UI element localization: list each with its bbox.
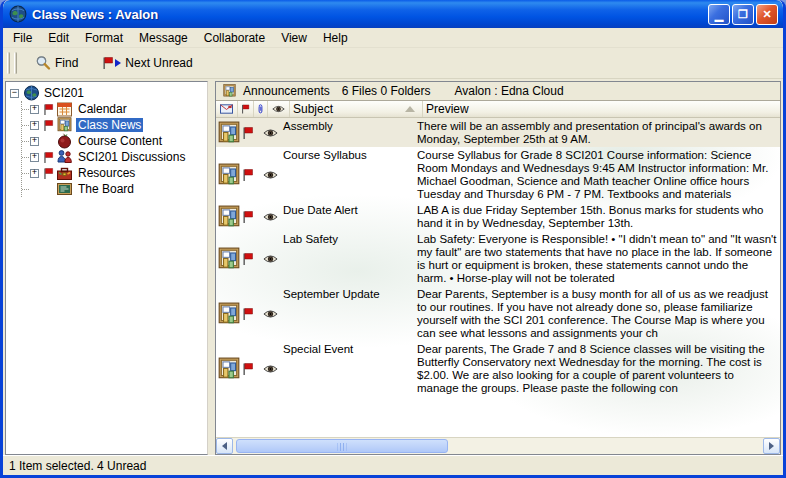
title-bar[interactable]: Class News : Avalon ▁ ❐ ✕ <box>3 0 783 28</box>
menu-item-format[interactable]: Format <box>77 29 131 47</box>
toolbox-icon <box>56 165 73 181</box>
bulletin-icon <box>218 121 240 145</box>
message-preview: LAB A is due Friday September 15th. Bonu… <box>413 202 780 231</box>
unread-flag-icon <box>43 120 54 131</box>
conference-tree: − SCI201 + Calendar + Class News + <box>5 81 208 455</box>
message-row[interactable]: Special Event Dear parents, The Grade 7 … <box>216 341 780 396</box>
scrollbar-thumb[interactable] <box>236 439 448 453</box>
message-row[interactable]: Assembly There will be an assembly and p… <box>216 118 780 147</box>
tree-root-label: SCI201 <box>42 86 86 100</box>
people-icon <box>56 149 73 165</box>
message-row[interactable]: Due Date Alert LAB A is due Friday Septe… <box>216 202 780 231</box>
eye-icon <box>263 128 278 138</box>
eye-icon <box>263 170 278 180</box>
globe-app-icon <box>9 5 27 23</box>
menu-item-view[interactable]: View <box>273 29 315 47</box>
message-list-panel: Announcements 6 Files 0 Folders Avalon :… <box>215 81 781 455</box>
expand-expander[interactable]: + <box>30 121 39 130</box>
message-subject: September Update <box>280 286 413 341</box>
tree-item-label: Class News <box>76 118 143 132</box>
status-text: 1 Item selected. 4 Unread <box>9 459 146 473</box>
magnifier-icon <box>35 55 51 71</box>
globe-icon <box>23 85 40 101</box>
eye-icon <box>263 212 278 222</box>
message-subject: Due Date Alert <box>280 202 413 231</box>
board-icon <box>56 181 73 197</box>
scroll-right-button[interactable] <box>763 438 780 454</box>
tree-item-resources[interactable]: + Resources <box>22 165 207 181</box>
sort-ascending-icon <box>405 106 415 112</box>
tree-item-label: SCI201 Discussions <box>76 150 187 164</box>
flag-icon <box>241 103 250 115</box>
tree-item-course-content[interactable]: + Course Content <box>22 133 207 149</box>
unread-flag-icon <box>102 57 114 69</box>
envelope-icon <box>220 103 233 115</box>
minimize-button[interactable]: ▁ <box>708 4 730 25</box>
column-preview[interactable]: Preview <box>423 101 780 117</box>
message-row[interactable]: Course Syllabus Course Syllabus for Grad… <box>216 147 780 202</box>
subject-header-label: Subject <box>293 102 333 116</box>
expand-expander[interactable]: + <box>30 137 39 146</box>
tree-item-label: Resources <box>76 166 137 180</box>
column-viewed[interactable] <box>268 101 290 117</box>
eye-icon <box>263 254 278 264</box>
expand-expander[interactable]: + <box>30 153 39 162</box>
main-content: − SCI201 + Calendar + Class News + <box>3 79 783 455</box>
tree-item-the-board[interactable]: + The Board <box>22 181 207 197</box>
menu-item-message[interactable]: Message <box>131 29 196 47</box>
unread-flag-icon <box>242 253 254 265</box>
bulletin-icon <box>218 163 240 187</box>
tree-item-calendar[interactable]: + Calendar <box>22 101 207 117</box>
unread-flag-icon <box>43 168 54 179</box>
column-message-type[interactable] <box>216 101 238 117</box>
menu-item-collaborate[interactable]: Collaborate <box>196 29 273 47</box>
bulletin-icon <box>218 205 240 229</box>
tree-item-class-news[interactable]: + Class News <box>22 117 207 133</box>
toolbar-grip[interactable] <box>14 52 17 74</box>
find-button[interactable]: Find <box>27 51 86 75</box>
panel-splitter[interactable] <box>208 81 215 455</box>
message-preview: There will be an assembly and presentati… <box>413 118 780 147</box>
bulletin-icon <box>218 302 240 326</box>
message-preview: Dear parents, The Grade 7 and 8 Science … <box>413 341 780 396</box>
unread-flag-icon <box>43 104 54 115</box>
application-window: Class News : Avalon ▁ ❐ ✕ File Edit Form… <box>0 0 786 478</box>
find-label: Find <box>55 56 78 70</box>
tree-item-label: Calendar <box>76 102 129 116</box>
expand-expander[interactable]: + <box>30 169 39 178</box>
maximize-button[interactable]: ❐ <box>732 4 754 25</box>
column-unread-flag[interactable] <box>238 101 254 117</box>
column-header-row: Subject Preview <box>216 101 780 118</box>
tree-root-sci201[interactable]: − SCI201 <box>10 85 207 101</box>
unread-flag-icon <box>43 152 54 163</box>
menu-item-file[interactable]: File <box>5 29 40 47</box>
close-button[interactable]: ✕ <box>756 4 778 25</box>
eye-icon <box>272 103 285 115</box>
unread-flag-icon <box>242 363 254 375</box>
preview-header-label: Preview <box>426 102 469 116</box>
column-subject[interactable]: Subject <box>290 101 423 117</box>
message-preview: Lab Safety: Everyone is Responsible! • "… <box>413 231 780 286</box>
column-attachment[interactable] <box>254 101 268 117</box>
next-unread-button[interactable]: Next Unread <box>94 52 200 74</box>
message-row[interactable]: Lab Safety Lab Safety: Everyone is Respo… <box>216 231 780 286</box>
next-unread-label: Next Unread <box>125 56 192 70</box>
message-subject: Special Event <box>280 341 413 396</box>
expand-expander[interactable]: + <box>30 105 39 114</box>
message-subject: Course Syllabus <box>280 147 413 202</box>
conference-info-bar: Announcements 6 Files 0 Folders Avalon :… <box>216 82 780 101</box>
message-row[interactable]: September Update Dear Parents, September… <box>216 286 780 341</box>
conference-title: Announcements <box>243 84 330 98</box>
toolbar-grip[interactable] <box>7 52 10 74</box>
bulletin-icon <box>56 117 73 133</box>
unread-flag-icon <box>242 127 254 139</box>
bulletin-icon <box>218 247 240 271</box>
tree-item-sci201-discussions[interactable]: + SCI201 Discussions <box>22 149 207 165</box>
status-bar: 1 Item selected. 4 Unread <box>3 455 783 475</box>
file-folder-counts: 6 Files 0 Folders <box>342 84 431 98</box>
calendar-icon <box>56 101 73 117</box>
collapse-expander[interactable]: − <box>10 89 19 98</box>
menu-item-edit[interactable]: Edit <box>40 29 77 47</box>
scroll-left-button[interactable] <box>216 438 233 454</box>
menu-item-help[interactable]: Help <box>315 29 356 47</box>
